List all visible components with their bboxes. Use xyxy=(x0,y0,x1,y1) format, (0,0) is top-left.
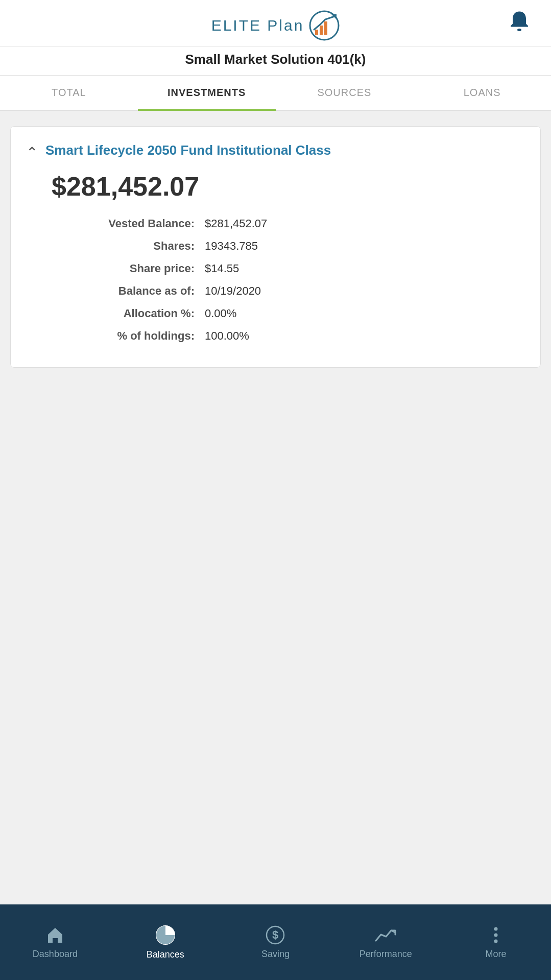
fund-balance: $281,452.07 xyxy=(52,171,525,202)
account-title: Small Market Solution 401(k) xyxy=(0,46,551,76)
card-header: ⌃ Smart Lifecycle 2050 Fund Institutiona… xyxy=(26,142,525,161)
svg-rect-1 xyxy=(315,30,318,35)
investment-card: ⌃ Smart Lifecycle 2050 Fund Institutiona… xyxy=(10,126,541,368)
nav-label-saving: Saving xyxy=(261,949,290,960)
logo-icon xyxy=(309,10,340,41)
nav-item-dashboard[interactable]: Dashboard xyxy=(0,904,110,980)
tab-sources[interactable]: SOURCES xyxy=(276,76,414,110)
nav-item-performance[interactable]: Performance xyxy=(330,904,441,980)
svg-point-9 xyxy=(494,927,498,930)
value-allocation: 0.00% xyxy=(205,307,236,320)
detail-row-balance-as-of: Balance as of: 10/19/2020 xyxy=(52,284,525,298)
nav-item-balances[interactable]: Balances xyxy=(110,904,221,980)
dots-icon xyxy=(486,925,506,945)
svg-point-11 xyxy=(494,939,498,943)
bottom-nav: Dashboard Balances $ Saving Performance xyxy=(0,904,551,980)
label-holdings: % of holdings: xyxy=(52,329,195,343)
investment-details: Vested Balance: $281,452.07 Shares: 1934… xyxy=(52,217,525,343)
notification-bell-icon[interactable] xyxy=(508,10,531,37)
nav-label-balances: Balances xyxy=(147,949,184,960)
header: ELITE Plan xyxy=(0,0,551,46)
detail-row-shares: Shares: 19343.785 xyxy=(52,240,525,253)
pie-icon xyxy=(155,925,176,945)
label-balance-as-of: Balance as of: xyxy=(52,284,195,298)
detail-row-holdings: % of holdings: 100.00% xyxy=(52,329,525,343)
main-content: ⌃ Smart Lifecycle 2050 Fund Institutiona… xyxy=(0,111,551,904)
collapse-icon[interactable]: ⌃ xyxy=(26,144,38,161)
fund-name: Smart Lifecycle 2050 Fund Institutional … xyxy=(45,142,331,159)
value-shares: 19343.785 xyxy=(205,240,258,253)
label-vested-balance: Vested Balance: xyxy=(52,217,195,230)
svg-point-5 xyxy=(517,29,521,31)
tab-loans[interactable]: LOANS xyxy=(413,76,551,110)
trend-icon xyxy=(375,925,396,945)
svg-point-10 xyxy=(494,933,498,937)
value-holdings: 100.00% xyxy=(205,329,249,343)
tab-investments[interactable]: INVESTMENTS xyxy=(138,76,276,110)
label-shares: Shares: xyxy=(52,240,195,253)
nav-label-more: More xyxy=(486,949,507,960)
detail-row-share-price: Share price: $14.55 xyxy=(52,262,525,275)
home-icon xyxy=(45,925,65,945)
tabs-bar: TOTAL INVESTMENTS SOURCES LOANS xyxy=(0,76,551,111)
detail-row-allocation: Allocation %: 0.00% xyxy=(52,307,525,320)
nav-item-saving[interactable]: $ Saving xyxy=(221,904,331,980)
logo: ELITE Plan xyxy=(211,10,340,41)
dollar-icon: $ xyxy=(266,925,285,945)
label-share-price: Share price: xyxy=(52,262,195,275)
value-share-price: $14.55 xyxy=(205,262,239,275)
nav-item-more[interactable]: More xyxy=(441,904,551,980)
value-balance-as-of: 10/19/2020 xyxy=(205,284,261,298)
detail-row-vested: Vested Balance: $281,452.07 xyxy=(52,217,525,230)
logo-text-elite: ELITE Plan xyxy=(211,17,304,34)
svg-text:$: $ xyxy=(272,928,278,941)
nav-label-performance: Performance xyxy=(360,949,412,960)
value-vested-balance: $281,452.07 xyxy=(205,217,267,230)
label-allocation: Allocation %: xyxy=(52,307,195,320)
nav-label-dashboard: Dashboard xyxy=(33,949,78,960)
svg-rect-2 xyxy=(320,26,323,35)
tab-total[interactable]: TOTAL xyxy=(0,76,138,110)
svg-rect-3 xyxy=(324,21,327,35)
